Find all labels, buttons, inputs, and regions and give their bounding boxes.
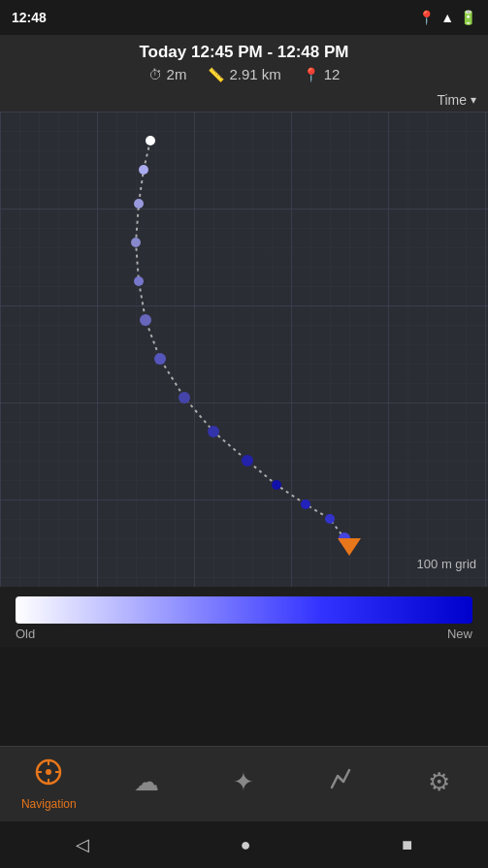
header-title: Today 12:45 PM - 12:48 PM	[0, 43, 488, 62]
time-selector[interactable]: Time ▾	[0, 88, 488, 112]
status-time: 12:48	[12, 10, 47, 25]
nav-item-weather[interactable]: ☁	[98, 767, 196, 801]
track-point	[154, 353, 166, 365]
duration-value: 2m	[167, 66, 187, 82]
svg-point-3	[46, 769, 51, 775]
recent-button[interactable]: ■	[402, 835, 412, 855]
star-nav-icon: ✦	[233, 767, 254, 797]
track-point-start	[146, 136, 155, 145]
track-point	[179, 392, 190, 403]
track-point	[208, 426, 219, 437]
time-dropdown-arrow: ▾	[471, 93, 476, 107]
duration-stat: ⏱ 2m	[148, 66, 187, 82]
distance-value: 2.91 km	[229, 66, 280, 82]
points-stat: 📍 12	[303, 66, 341, 82]
track-point	[134, 199, 144, 209]
gradient-bar-container: Old New	[0, 587, 488, 647]
home-button[interactable]: ●	[241, 835, 251, 855]
gradient-old-label: Old	[16, 627, 35, 641]
signal-nav-icon	[328, 766, 355, 799]
distance-stat: 📏 2.91 km	[208, 66, 280, 82]
gradient-new-label: New	[447, 627, 472, 641]
track-point	[134, 276, 144, 286]
wifi-icon: ▲	[440, 10, 454, 25]
ruler-icon: 📏	[208, 67, 224, 82]
gradient-bar	[16, 596, 472, 624]
navigation-nav-icon	[34, 757, 63, 793]
track-point	[242, 455, 253, 466]
back-button[interactable]: ◁	[76, 834, 89, 855]
grid-label: 100 m grid	[417, 557, 476, 571]
status-right: 📍 ▲ 🔋	[418, 10, 476, 25]
time-label: Time	[437, 92, 467, 108]
nav-label-navigation: Navigation	[21, 797, 77, 811]
nav-item-navigation[interactable]: Navigation	[0, 757, 98, 811]
system-nav-bar: ◁ ● ■	[0, 821, 488, 868]
pin-icon: 📍	[303, 67, 319, 82]
grid-svg	[0, 112, 488, 587]
clock-icon: ⏱	[148, 67, 162, 82]
track-point	[131, 238, 141, 247]
weather-nav-icon: ☁	[134, 767, 159, 797]
nav-item-settings[interactable]: ⚙	[390, 767, 488, 801]
points-value: 12	[324, 66, 341, 82]
gradient-labels: Old New	[16, 627, 472, 641]
settings-nav-icon: ⚙	[428, 767, 450, 797]
track-point	[140, 314, 151, 326]
svg-rect-1	[0, 112, 488, 587]
track-point	[301, 499, 310, 509]
header: Today 12:45 PM - 12:48 PM ⏱ 2m 📏 2.91 km…	[0, 35, 488, 88]
header-stats: ⏱ 2m 📏 2.91 km 📍 12	[0, 66, 488, 82]
location-icon: 📍	[418, 10, 435, 25]
status-left: 12:48	[12, 10, 47, 25]
status-bar: 12:48 📍 ▲ 🔋	[0, 0, 488, 35]
battery-icon: 🔋	[460, 10, 476, 25]
chart-area: 100 m grid	[0, 112, 488, 587]
track-point	[139, 165, 148, 175]
nav-item-signal[interactable]	[293, 766, 391, 803]
nav-item-star[interactable]: ✦	[195, 767, 293, 801]
track-point	[272, 480, 281, 490]
bottom-nav: Navigation ☁ ✦ ⚙	[0, 746, 488, 821]
track-point	[325, 514, 335, 524]
